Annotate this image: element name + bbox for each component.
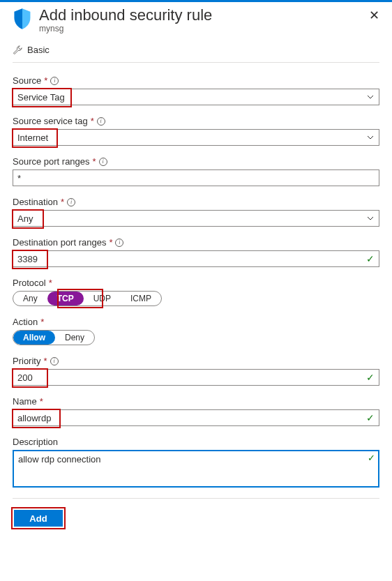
label-text: Description (13, 437, 58, 447)
blade-subtitle: mynsg (39, 24, 379, 33)
basic-toggle[interactable]: Basic (27, 45, 50, 55)
field-destination: Destination * i Any (13, 197, 379, 227)
label-text: Source service tag (13, 116, 88, 126)
close-icon[interactable]: ✕ (369, 8, 379, 23)
priority-value: 200 (17, 372, 363, 383)
destination-port-ranges-input[interactable]: 3389 ✓ (13, 250, 379, 267)
label-action: Action * (13, 317, 379, 327)
description-wrap: allow rdp connection ✓ (13, 450, 379, 488)
field-priority: Priority * i 200 ✓ (13, 356, 379, 386)
name-value: allowrdp (17, 413, 363, 423)
source-value: Service Tag (17, 92, 366, 103)
name-input[interactable]: allowrdp ✓ (13, 409, 379, 426)
label-name: Name * (13, 396, 379, 407)
field-protocol: Protocol * Any TCP UDP ICMP (13, 278, 379, 306)
shield-icon (13, 8, 32, 30)
valid-check-icon: ✓ (366, 372, 375, 383)
field-destination-port-ranges: Destination port ranges * i 3389 ✓ (13, 237, 379, 267)
protocol-udp[interactable]: UDP (84, 292, 121, 305)
required-asterisk: * (44, 75, 47, 86)
title-block: Add inbound security rule mynsg (39, 6, 379, 33)
label-text: Action (13, 317, 38, 327)
label-text: Name (13, 396, 37, 407)
field-action: Action * Allow Deny (13, 317, 379, 345)
action-allow[interactable]: Allow (13, 331, 55, 345)
info-icon[interactable]: i (50, 357, 59, 365)
info-icon[interactable]: i (115, 239, 123, 247)
info-icon[interactable]: i (99, 158, 107, 166)
chevron-down-icon (366, 133, 375, 142)
info-icon[interactable]: i (67, 198, 75, 206)
field-name: Name * allowrdp ✓ (13, 396, 379, 426)
label-destination: Destination * i (13, 197, 379, 207)
label-source-text: Source (13, 75, 41, 86)
protocol-icmp[interactable]: ICMP (121, 292, 161, 305)
label-text: Priority (13, 356, 40, 366)
label-priority: Priority * i (13, 356, 379, 366)
required-asterisk: * (40, 396, 43, 407)
destination-port-ranges-value: 3389 (17, 254, 363, 264)
info-icon[interactable]: i (50, 77, 59, 85)
required-asterisk: * (93, 156, 96, 167)
protocol-tcp[interactable]: TCP (47, 292, 84, 305)
destination-dropdown[interactable]: Any (13, 210, 379, 227)
wrench-icon (13, 45, 23, 55)
destination-value: Any (17, 213, 366, 224)
blade-header: Add inbound security rule mynsg ✕ (13, 6, 379, 33)
label-protocol: Protocol * (13, 278, 379, 288)
field-source-service-tag: Source service tag * i Internet (13, 116, 379, 146)
protocol-any[interactable]: Any (13, 292, 47, 305)
field-source: Source * i Service Tag (13, 75, 379, 105)
source-dropdown[interactable]: Service Tag (13, 89, 379, 105)
blade-content: Add inbound security rule mynsg ✕ Basic … (0, 2, 392, 539)
required-asterisk: * (109, 237, 112, 248)
add-button[interactable]: Add (14, 510, 63, 527)
action-deny[interactable]: Deny (55, 331, 94, 345)
label-text: Protocol (13, 278, 46, 288)
label-source-port-ranges: Source port ranges * i (13, 156, 379, 167)
label-destination-port-ranges: Destination port ranges * i (13, 237, 379, 248)
source-port-ranges-input[interactable]: * (13, 169, 379, 186)
chevron-down-icon (366, 93, 375, 101)
label-source-service-tag: Source service tag * i (13, 116, 379, 126)
label-text: Destination (13, 197, 58, 207)
source-service-tag-value: Internet (17, 133, 366, 143)
footer-separator (13, 498, 379, 499)
action-pill-group: Allow Deny (13, 330, 95, 345)
valid-check-icon: ✓ (366, 253, 375, 264)
description-value: allow rdp connection (18, 454, 101, 465)
label-text: Source port ranges (13, 156, 90, 167)
blade-title: Add inbound security rule (39, 6, 379, 24)
label-description: Description (13, 437, 379, 447)
description-textarea[interactable]: allow rdp connection (13, 450, 379, 488)
required-asterisk: * (43, 356, 47, 366)
required-asterisk: * (61, 197, 64, 207)
label-text: Destination port ranges (13, 237, 106, 248)
source-service-tag-dropdown[interactable]: Internet (13, 129, 379, 146)
protocol-pill-group: Any TCP UDP ICMP (13, 291, 162, 306)
chevron-down-icon (366, 214, 375, 222)
label-source: Source * i (13, 75, 379, 86)
info-icon[interactable]: i (97, 117, 105, 126)
required-asterisk: * (91, 116, 94, 126)
valid-check-icon: ✓ (366, 412, 375, 423)
add-button-wrap: Add (14, 510, 63, 527)
source-port-ranges-value: * (17, 173, 375, 183)
required-asterisk: * (40, 317, 44, 327)
field-source-port-ranges: Source port ranges * i * (13, 156, 379, 186)
protocol-group-wrap: Any TCP UDP ICMP (13, 291, 162, 306)
priority-input[interactable]: 200 ✓ (13, 369, 379, 386)
field-description: Description allow rdp connection ✓ (13, 437, 379, 488)
required-asterisk: * (49, 278, 52, 288)
valid-check-icon: ✓ (368, 453, 375, 463)
toolbar: Basic (13, 40, 379, 63)
